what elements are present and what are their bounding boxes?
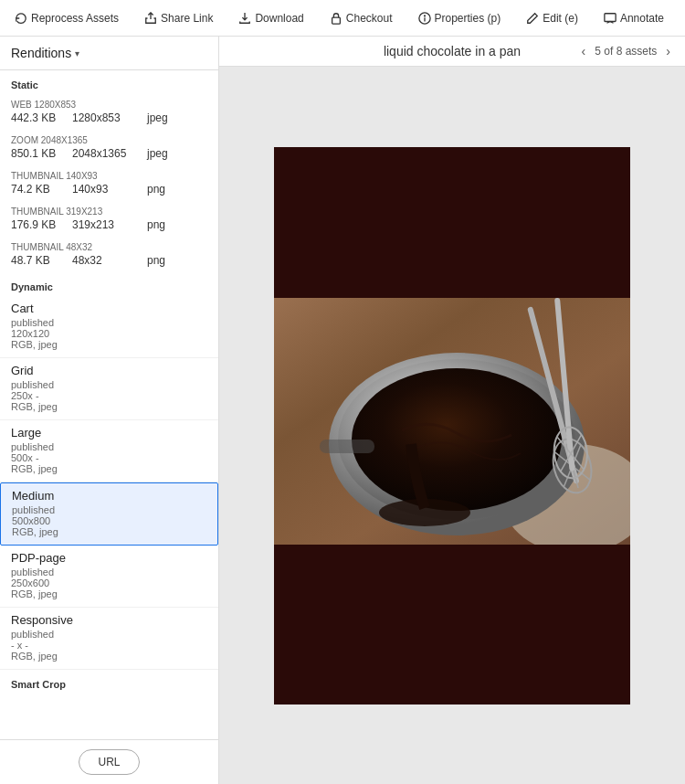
rendition-size: 48.7 KB [11, 254, 61, 267]
rendition-details: 850.1 KB 2048x1365 jpeg [11, 147, 207, 160]
dynamic-item-meta1: published [11, 567, 207, 577]
static-items-list: WEB 1280X853 442.3 KB 1280x853 jpeg ZOOM… [0, 94, 218, 272]
static-rendition-item[interactable]: THUMBNAIL 48X32 48.7 KB 48x32 png [0, 237, 218, 272]
left-panel: Renditions ▾ Static WEB 1280X853 442.3 K… [0, 37, 219, 784]
checkout-button[interactable]: Checkout [322, 8, 400, 28]
image-container [219, 67, 685, 784]
dynamic-item-meta1: published [12, 504, 206, 515]
dynamic-item-name: Cart [11, 302, 207, 315]
dynamic-item-meta3: RGB, jpeg [11, 339, 207, 350]
chevron-down-icon[interactable]: ▾ [75, 48, 79, 58]
edit-button[interactable]: Edit (e) [519, 8, 585, 28]
rendition-dims: 319x213 [72, 218, 136, 231]
viewer-nav: ‹ 5 of 8 assets › [578, 42, 674, 60]
asset-count: 5 of 8 assets [595, 45, 657, 58]
svg-rect-21 [320, 440, 374, 453]
rendition-details: 442.3 KB 1280x853 jpeg [11, 111, 207, 124]
svg-rect-0 [332, 17, 340, 24]
download-icon [238, 12, 251, 25]
chocolate-svg [274, 298, 630, 545]
static-rendition-item[interactable]: ZOOM 2048X1365 850.1 KB 2048x1365 jpeg [0, 130, 218, 165]
dynamic-item-meta1: published [11, 317, 207, 328]
static-rendition-item[interactable]: WEB 1280X853 442.3 KB 1280x853 jpeg [0, 94, 218, 130]
dynamic-item-meta2: 250x600 [11, 577, 207, 588]
info-icon [418, 12, 431, 25]
dynamic-item-meta2: 500x800 [12, 515, 206, 526]
rendition-dims: 1280x853 [72, 111, 136, 124]
reprocess-assets-button[interactable]: Reprocess Assets [7, 8, 126, 28]
rendition-size: 850.1 KB [11, 147, 61, 160]
rendition-size: 74.2 KB [11, 183, 61, 196]
dynamic-item-meta2: 120x120 [11, 328, 207, 339]
annotate-button[interactable]: Annotate [596, 8, 671, 28]
panel-title: Renditions [11, 46, 71, 60]
dynamic-rendition-item[interactable]: Responsive published - x - RGB, jpeg [0, 608, 218, 670]
static-rendition-item[interactable]: THUMBNAIL 140X93 74.2 KB 140x93 png [0, 165, 218, 201]
rendition-format: png [147, 218, 165, 231]
dynamic-item-meta1: published [11, 379, 207, 390]
dynamic-item-meta3: RGB, jpeg [12, 526, 206, 537]
toolbar: Reprocess Assets Share Link Download Che… [0, 0, 685, 37]
dynamic-rendition-item[interactable]: Medium published 500x800 RGB, jpeg [0, 482, 218, 546]
image-top-section [274, 147, 630, 298]
image-bottom-section [274, 545, 630, 705]
rendition-format: jpeg [147, 111, 168, 124]
dynamic-item-meta1: published [11, 441, 207, 452]
url-button-container: URL [0, 739, 218, 784]
svg-point-10 [352, 368, 562, 511]
edit-icon [526, 12, 539, 25]
download-button[interactable]: Download [231, 8, 311, 28]
viewer-title: liquid chocolate in a pan [384, 44, 521, 58]
dynamic-item-meta2: 250x - [11, 390, 207, 401]
rendition-label: THUMBNAIL 140X93 [11, 171, 207, 181]
dynamic-item-name: Medium [12, 489, 206, 503]
share-link-button[interactable]: Share Link [137, 8, 220, 28]
panel-header: Renditions ▾ [0, 37, 218, 70]
url-button[interactable]: URL [79, 749, 139, 775]
renditions-scroll[interactable]: Static WEB 1280X853 442.3 KB 1280x853 jp… [0, 70, 218, 739]
main-content: Renditions ▾ Static WEB 1280X853 442.3 K… [0, 37, 685, 784]
rendition-dims: 140x93 [72, 183, 136, 196]
dynamic-item-meta3: RGB, jpeg [11, 401, 207, 412]
rendition-format: png [147, 183, 165, 196]
prev-asset-button[interactable]: ‹ [578, 42, 590, 60]
image-display [274, 147, 630, 705]
static-rendition-item[interactable]: THUMBNAIL 319X213 176.9 KB 319x213 png [0, 201, 218, 237]
dynamic-item-meta3: RGB, jpeg [11, 463, 207, 474]
right-panel: liquid chocolate in a pan ‹ 5 of 8 asset… [219, 37, 685, 784]
viewer-header: liquid chocolate in a pan ‹ 5 of 8 asset… [219, 37, 685, 67]
rendition-dims: 48x32 [72, 254, 136, 267]
dynamic-item-meta1: published [11, 629, 207, 640]
rendition-size: 176.9 KB [11, 218, 61, 231]
dynamic-item-name: Large [11, 426, 207, 440]
dynamic-item-name: PDP-page [11, 551, 207, 565]
rendition-size: 442.3 KB [11, 111, 61, 124]
dynamic-rendition-item[interactable]: Grid published 250x - RGB, jpeg [0, 358, 218, 420]
reprocess-icon [15, 12, 27, 25]
rendition-format: png [147, 254, 165, 267]
rendition-label: ZOOM 2048X1365 [11, 135, 207, 145]
dynamic-item-name: Responsive [11, 613, 207, 627]
rendition-details: 74.2 KB 140x93 png [11, 183, 207, 196]
share-icon [144, 12, 157, 25]
properties-button[interactable]: Properties (p) [411, 8, 509, 28]
rendition-details: 48.7 KB 48x32 png [11, 254, 207, 267]
dynamic-rendition-item[interactable]: Cart published 120x120 RGB, jpeg [0, 296, 218, 358]
svg-point-3 [424, 15, 425, 16]
rendition-label: THUMBNAIL 319X213 [11, 207, 207, 217]
static-section-header: Static [0, 70, 218, 94]
lock-icon [330, 12, 342, 25]
smart-crop-section-header: Smart Crop [0, 670, 218, 694]
dynamic-rendition-item[interactable]: Large published 500x - RGB, jpeg [0, 420, 218, 482]
rendition-label: THUMBNAIL 48X32 [11, 242, 207, 252]
dynamic-section-header: Dynamic [0, 272, 218, 296]
next-asset-button[interactable]: › [662, 42, 674, 60]
dynamic-item-meta2: 500x - [11, 452, 207, 463]
rendition-details: 176.9 KB 319x213 png [11, 218, 207, 231]
rendition-dims: 2048x1365 [72, 147, 136, 160]
dynamic-rendition-item[interactable]: PDP-page published 250x600 RGB, jpeg [0, 546, 218, 608]
svg-rect-4 [605, 13, 616, 21]
rendition-format: jpeg [147, 147, 168, 160]
dynamic-item-meta3: RGB, jpeg [11, 588, 207, 599]
rendition-label: WEB 1280X853 [11, 100, 207, 110]
